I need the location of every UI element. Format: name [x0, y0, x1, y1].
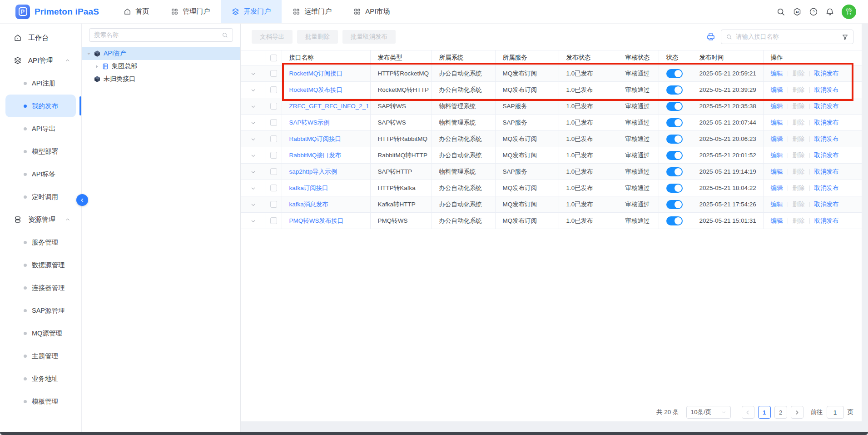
sidebar-subitem[interactable]: 连接器管理 — [5, 276, 76, 299]
status-toggle[interactable] — [666, 102, 683, 111]
status-toggle[interactable] — [666, 85, 683, 95]
select-all-checkbox[interactable] — [270, 55, 277, 61]
chevron-down-icon[interactable] — [250, 169, 256, 175]
delete-link[interactable]: 删除 — [793, 135, 805, 142]
sidebar-subitem[interactable]: 定时调用 — [5, 185, 76, 208]
row-checkbox[interactable] — [270, 217, 277, 224]
unpublish-link[interactable]: 取消发布 — [814, 201, 839, 208]
row-checkbox[interactable] — [270, 168, 277, 175]
nav-tab[interactable]: 运维门户 — [282, 0, 342, 23]
chevron-down-icon[interactable] — [250, 218, 256, 224]
unpublish-link[interactable]: 取消发布 — [814, 70, 839, 77]
chevron-down-icon[interactable] — [250, 87, 256, 93]
sidebar-subitem[interactable]: SAP源管理 — [5, 299, 76, 322]
edit-link[interactable]: 编辑 — [771, 86, 783, 93]
status-toggle[interactable] — [666, 135, 683, 144]
edit-link[interactable]: 编辑 — [771, 135, 783, 142]
api-name-link[interactable]: PMQ转WS发布接口 — [289, 217, 344, 224]
nav-tab[interactable]: 开发门户 — [221, 0, 282, 23]
api-name-link[interactable]: ZRFC_GET_RFC_INFO_2_1 — [289, 103, 369, 110]
funnel-icon[interactable] — [842, 34, 848, 40]
caret-down-icon[interactable] — [86, 51, 92, 56]
chevron-down-icon[interactable] — [250, 136, 256, 142]
row-checkbox[interactable] — [270, 201, 277, 208]
api-name-link[interactable]: sap2http导入示例 — [289, 168, 337, 175]
edit-link[interactable]: 编辑 — [771, 152, 783, 159]
next-page-button[interactable] — [791, 406, 804, 419]
printer-icon[interactable] — [706, 32, 715, 41]
chevron-down-icon[interactable] — [250, 153, 256, 159]
edit-link[interactable]: 编辑 — [771, 119, 783, 126]
api-name-link[interactable]: RabbitMQ订阅接口 — [289, 135, 342, 142]
bulk-action-button[interactable]: 批量删除 — [297, 30, 338, 44]
sidebar-subitem[interactable]: API注册 — [5, 72, 76, 95]
nav-tab[interactable]: 首页 — [113, 0, 160, 23]
api-name-link[interactable]: kafka消息发布 — [289, 201, 328, 208]
sidebar-group[interactable]: 资源管理 — [0, 208, 81, 231]
tree-node-group-hq[interactable]: 集团总部 — [82, 60, 240, 73]
unpublish-link[interactable]: 取消发布 — [814, 86, 839, 93]
sidebar-item[interactable]: 工作台 — [0, 26, 81, 49]
sidebar-group[interactable]: API管理 — [0, 49, 81, 72]
delete-link[interactable]: 删除 — [793, 201, 805, 208]
sidebar-subitem[interactable]: 模板管理 — [5, 390, 76, 413]
row-checkbox[interactable] — [270, 119, 277, 126]
row-checkbox[interactable] — [270, 185, 277, 191]
unpublish-link[interactable]: 取消发布 — [814, 168, 839, 175]
row-checkbox[interactable] — [270, 103, 277, 110]
edit-link[interactable]: 编辑 — [771, 201, 783, 208]
unpublish-link[interactable]: 取消发布 — [814, 119, 839, 126]
api-name-link[interactable]: SAP转WS示例 — [289, 119, 330, 126]
status-toggle[interactable] — [666, 184, 683, 193]
goto-page-input[interactable] — [827, 406, 844, 419]
edit-link[interactable]: 编辑 — [771, 103, 783, 110]
chevron-down-icon[interactable] — [250, 185, 256, 191]
sidebar-subitem[interactable]: 数据源管理 — [5, 254, 76, 276]
page-size-select[interactable]: 10条/页 — [686, 406, 731, 419]
delete-link[interactable]: 删除 — [793, 70, 805, 77]
edit-link[interactable]: 编辑 — [771, 70, 783, 77]
api-search-input[interactable]: 请输入接口名称 — [721, 30, 853, 44]
edit-link[interactable]: 编辑 — [771, 168, 783, 175]
api-name-link[interactable]: RocketMQ发布接口 — [289, 86, 343, 93]
nav-tab[interactable]: API市场 — [342, 0, 401, 23]
status-toggle[interactable] — [666, 167, 683, 176]
tree-search-input[interactable]: 搜索名称 — [89, 28, 233, 42]
sidebar-subitem[interactable]: 服务管理 — [5, 231, 76, 254]
chevron-down-icon[interactable] — [250, 104, 256, 110]
unpublish-link[interactable]: 取消发布 — [814, 135, 839, 142]
delete-link[interactable]: 删除 — [793, 152, 805, 159]
status-toggle[interactable] — [666, 69, 683, 78]
row-checkbox[interactable] — [270, 152, 277, 159]
delete-link[interactable]: 删除 — [793, 119, 805, 126]
delete-link[interactable]: 删除 — [793, 86, 805, 93]
page-button-2[interactable]: 2 — [774, 406, 787, 419]
bulk-action-button[interactable]: 批量取消发布 — [342, 30, 396, 44]
tree-node-uncategorized[interactable]: 未归类接口 — [82, 73, 240, 85]
unpublish-link[interactable]: 取消发布 — [814, 217, 839, 224]
delete-link[interactable]: 删除 — [793, 103, 805, 110]
nav-tab[interactable]: 管理门户 — [160, 0, 221, 23]
chevron-down-icon[interactable] — [250, 120, 256, 126]
ai-icon[interactable]: AI — [793, 7, 802, 16]
sidebar-subitem[interactable]: 主题管理 — [5, 345, 76, 367]
row-checkbox[interactable] — [270, 135, 277, 142]
caret-right-icon[interactable] — [94, 64, 100, 69]
chevron-down-icon[interactable] — [250, 71, 256, 77]
bell-icon[interactable] — [825, 7, 834, 16]
sidebar-subitem[interactable]: MQ源管理 — [5, 322, 76, 345]
delete-link[interactable]: 删除 — [793, 185, 805, 191]
status-toggle[interactable] — [666, 118, 683, 127]
unpublish-link[interactable]: 取消发布 — [814, 152, 839, 159]
api-name-link[interactable]: kafka订阅接口 — [289, 185, 328, 191]
unpublish-link[interactable]: 取消发布 — [814, 103, 839, 110]
row-checkbox[interactable] — [270, 86, 277, 93]
delete-link[interactable]: 删除 — [793, 217, 805, 224]
status-toggle[interactable] — [666, 151, 683, 160]
sidebar-subitem[interactable]: 业务地址 — [5, 367, 76, 390]
sidebar-subitem[interactable]: 模型部署 — [5, 140, 76, 163]
tree-node-api-assets[interactable]: API资产 — [82, 47, 240, 60]
api-name-link[interactable]: RabbitMQ接口发布 — [289, 152, 342, 159]
delete-link[interactable]: 删除 — [793, 168, 805, 175]
search-icon[interactable] — [776, 7, 785, 16]
